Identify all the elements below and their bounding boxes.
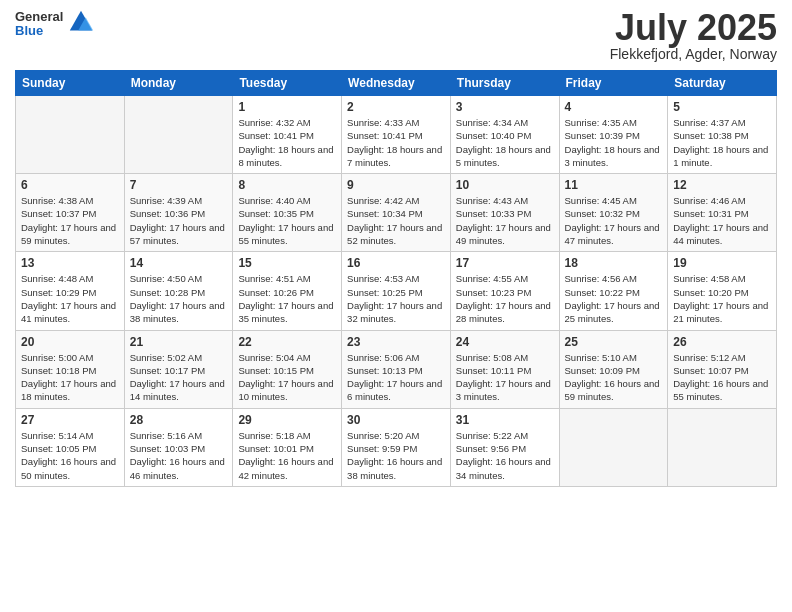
- day-info: Sunrise: 4:53 AM Sunset: 10:25 PM Daylig…: [347, 272, 445, 325]
- day-info: Sunrise: 5:02 AM Sunset: 10:17 PM Daylig…: [130, 351, 228, 404]
- day-number: 8: [238, 178, 336, 192]
- calendar-cell: 2Sunrise: 4:33 AM Sunset: 10:41 PM Dayli…: [342, 96, 451, 174]
- calendar-cell: 19Sunrise: 4:58 AM Sunset: 10:20 PM Dayl…: [668, 252, 777, 330]
- calendar-cell: 1Sunrise: 4:32 AM Sunset: 10:41 PM Dayli…: [233, 96, 342, 174]
- logo: General Blue: [15, 10, 95, 39]
- header: General Blue July 2025 Flekkefjord, Agde…: [15, 10, 777, 62]
- day-info: Sunrise: 5:04 AM Sunset: 10:15 PM Daylig…: [238, 351, 336, 404]
- calendar-cell: 26Sunrise: 5:12 AM Sunset: 10:07 PM Dayl…: [668, 330, 777, 408]
- day-number: 30: [347, 413, 445, 427]
- day-info: Sunrise: 4:32 AM Sunset: 10:41 PM Daylig…: [238, 116, 336, 169]
- day-info: Sunrise: 4:55 AM Sunset: 10:23 PM Daylig…: [456, 272, 554, 325]
- day-info: Sunrise: 4:37 AM Sunset: 10:38 PM Daylig…: [673, 116, 771, 169]
- day-info: Sunrise: 5:18 AM Sunset: 10:01 PM Daylig…: [238, 429, 336, 482]
- day-info: Sunrise: 4:45 AM Sunset: 10:32 PM Daylig…: [565, 194, 663, 247]
- calendar-cell: 9Sunrise: 4:42 AM Sunset: 10:34 PM Dayli…: [342, 174, 451, 252]
- day-number: 26: [673, 335, 771, 349]
- calendar-cell: 6Sunrise: 4:38 AM Sunset: 10:37 PM Dayli…: [16, 174, 125, 252]
- day-number: 22: [238, 335, 336, 349]
- day-number: 12: [673, 178, 771, 192]
- day-number: 9: [347, 178, 445, 192]
- day-info: Sunrise: 4:50 AM Sunset: 10:28 PM Daylig…: [130, 272, 228, 325]
- calendar-cell: 7Sunrise: 4:39 AM Sunset: 10:36 PM Dayli…: [124, 174, 233, 252]
- day-number: 2: [347, 100, 445, 114]
- calendar-cell: 22Sunrise: 5:04 AM Sunset: 10:15 PM Dayl…: [233, 330, 342, 408]
- calendar-week-row: 20Sunrise: 5:00 AM Sunset: 10:18 PM Dayl…: [16, 330, 777, 408]
- day-number: 13: [21, 256, 119, 270]
- day-number: 5: [673, 100, 771, 114]
- day-number: 15: [238, 256, 336, 270]
- day-info: Sunrise: 4:35 AM Sunset: 10:39 PM Daylig…: [565, 116, 663, 169]
- day-info: Sunrise: 4:51 AM Sunset: 10:26 PM Daylig…: [238, 272, 336, 325]
- day-number: 11: [565, 178, 663, 192]
- calendar-cell: 10Sunrise: 4:43 AM Sunset: 10:33 PM Dayl…: [450, 174, 559, 252]
- day-number: 31: [456, 413, 554, 427]
- calendar-cell: 28Sunrise: 5:16 AM Sunset: 10:03 PM Dayl…: [124, 408, 233, 486]
- weekday-header: Friday: [559, 71, 668, 96]
- day-number: 27: [21, 413, 119, 427]
- page: General Blue July 2025 Flekkefjord, Agde…: [0, 0, 792, 612]
- weekday-header: Saturday: [668, 71, 777, 96]
- day-info: Sunrise: 4:56 AM Sunset: 10:22 PM Daylig…: [565, 272, 663, 325]
- weekday-header: Thursday: [450, 71, 559, 96]
- day-number: 17: [456, 256, 554, 270]
- day-info: Sunrise: 5:14 AM Sunset: 10:05 PM Daylig…: [21, 429, 119, 482]
- day-number: 14: [130, 256, 228, 270]
- day-info: Sunrise: 4:33 AM Sunset: 10:41 PM Daylig…: [347, 116, 445, 169]
- weekday-header: Sunday: [16, 71, 125, 96]
- title-location: Flekkefjord, Agder, Norway: [610, 46, 777, 62]
- day-number: 1: [238, 100, 336, 114]
- day-number: 7: [130, 178, 228, 192]
- calendar-week-row: 27Sunrise: 5:14 AM Sunset: 10:05 PM Dayl…: [16, 408, 777, 486]
- calendar-cell: 25Sunrise: 5:10 AM Sunset: 10:09 PM Dayl…: [559, 330, 668, 408]
- calendar-cell: 16Sunrise: 4:53 AM Sunset: 10:25 PM Dayl…: [342, 252, 451, 330]
- calendar-week-row: 13Sunrise: 4:48 AM Sunset: 10:29 PM Dayl…: [16, 252, 777, 330]
- calendar-week-row: 1Sunrise: 4:32 AM Sunset: 10:41 PM Dayli…: [16, 96, 777, 174]
- day-number: 10: [456, 178, 554, 192]
- calendar-cell: 4Sunrise: 4:35 AM Sunset: 10:39 PM Dayli…: [559, 96, 668, 174]
- calendar-cell: [668, 408, 777, 486]
- calendar-cell: 15Sunrise: 4:51 AM Sunset: 10:26 PM Dayl…: [233, 252, 342, 330]
- day-number: 19: [673, 256, 771, 270]
- calendar-cell: 31Sunrise: 5:22 AM Sunset: 9:56 PM Dayli…: [450, 408, 559, 486]
- calendar-table: SundayMondayTuesdayWednesdayThursdayFrid…: [15, 70, 777, 487]
- day-info: Sunrise: 4:38 AM Sunset: 10:37 PM Daylig…: [21, 194, 119, 247]
- day-number: 21: [130, 335, 228, 349]
- calendar-week-row: 6Sunrise: 4:38 AM Sunset: 10:37 PM Dayli…: [16, 174, 777, 252]
- day-info: Sunrise: 5:22 AM Sunset: 9:56 PM Dayligh…: [456, 429, 554, 482]
- calendar-cell: 13Sunrise: 4:48 AM Sunset: 10:29 PM Dayl…: [16, 252, 125, 330]
- calendar-cell: 29Sunrise: 5:18 AM Sunset: 10:01 PM Dayl…: [233, 408, 342, 486]
- day-info: Sunrise: 4:39 AM Sunset: 10:36 PM Daylig…: [130, 194, 228, 247]
- calendar-cell: 12Sunrise: 4:46 AM Sunset: 10:31 PM Dayl…: [668, 174, 777, 252]
- calendar-cell: 11Sunrise: 4:45 AM Sunset: 10:32 PM Dayl…: [559, 174, 668, 252]
- calendar-cell: [559, 408, 668, 486]
- day-number: 18: [565, 256, 663, 270]
- day-number: 29: [238, 413, 336, 427]
- logo-icon: [67, 8, 95, 36]
- day-number: 24: [456, 335, 554, 349]
- day-info: Sunrise: 4:42 AM Sunset: 10:34 PM Daylig…: [347, 194, 445, 247]
- calendar-cell: 30Sunrise: 5:20 AM Sunset: 9:59 PM Dayli…: [342, 408, 451, 486]
- calendar-cell: 24Sunrise: 5:08 AM Sunset: 10:11 PM Dayl…: [450, 330, 559, 408]
- day-number: 20: [21, 335, 119, 349]
- day-info: Sunrise: 5:08 AM Sunset: 10:11 PM Daylig…: [456, 351, 554, 404]
- day-number: 6: [21, 178, 119, 192]
- day-info: Sunrise: 4:34 AM Sunset: 10:40 PM Daylig…: [456, 116, 554, 169]
- title-block: July 2025 Flekkefjord, Agder, Norway: [610, 10, 777, 62]
- calendar-cell: 18Sunrise: 4:56 AM Sunset: 10:22 PM Dayl…: [559, 252, 668, 330]
- calendar-cell: 21Sunrise: 5:02 AM Sunset: 10:17 PM Dayl…: [124, 330, 233, 408]
- day-number: 4: [565, 100, 663, 114]
- weekday-header: Tuesday: [233, 71, 342, 96]
- calendar-cell: 17Sunrise: 4:55 AM Sunset: 10:23 PM Dayl…: [450, 252, 559, 330]
- day-info: Sunrise: 4:48 AM Sunset: 10:29 PM Daylig…: [21, 272, 119, 325]
- day-info: Sunrise: 5:20 AM Sunset: 9:59 PM Dayligh…: [347, 429, 445, 482]
- title-month: July 2025: [610, 10, 777, 46]
- day-info: Sunrise: 5:10 AM Sunset: 10:09 PM Daylig…: [565, 351, 663, 404]
- calendar-cell: 27Sunrise: 5:14 AM Sunset: 10:05 PM Dayl…: [16, 408, 125, 486]
- calendar-cell: 20Sunrise: 5:00 AM Sunset: 10:18 PM Dayl…: [16, 330, 125, 408]
- calendar-cell: 8Sunrise: 4:40 AM Sunset: 10:35 PM Dayli…: [233, 174, 342, 252]
- day-number: 23: [347, 335, 445, 349]
- day-info: Sunrise: 5:00 AM Sunset: 10:18 PM Daylig…: [21, 351, 119, 404]
- logo-general: General: [15, 10, 63, 24]
- calendar-cell: [16, 96, 125, 174]
